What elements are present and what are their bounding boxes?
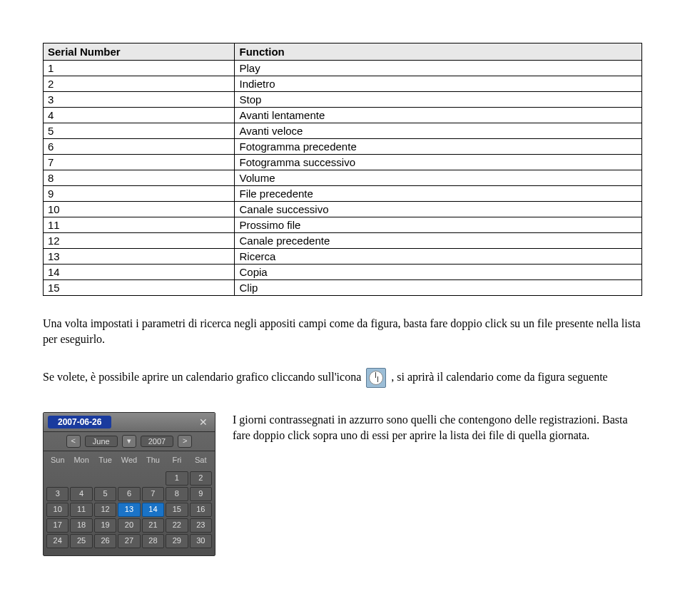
cell-function: Volume bbox=[235, 170, 642, 186]
calendar-day[interactable]: 30 bbox=[190, 534, 212, 548]
cell-function: Avanti lentamente bbox=[235, 108, 642, 123]
calendar-widget[interactable]: 2007-06-26 ✕ < June ▾ 2007 > SunMonTueWe… bbox=[43, 412, 215, 556]
table-row: 13Ricerca bbox=[44, 249, 642, 265]
table-row: 3Stop bbox=[44, 92, 642, 108]
cell-serial: 2 bbox=[44, 76, 235, 92]
table-row: 11Prossimo file bbox=[44, 217, 642, 233]
calendar-day[interactable]: 6 bbox=[118, 487, 140, 501]
cell-serial: 7 bbox=[44, 155, 235, 170]
calendar-empty bbox=[94, 471, 116, 486]
next-month-button[interactable]: > bbox=[178, 435, 192, 448]
calendar-day[interactable]: 26 bbox=[94, 534, 116, 548]
calendar-day[interactable]: 13 bbox=[118, 503, 140, 517]
calendar-icon[interactable] bbox=[366, 368, 386, 388]
calendar-dow: Mon bbox=[70, 454, 92, 466]
cell-serial: 11 bbox=[44, 217, 235, 233]
table-row: 15Clip bbox=[44, 280, 642, 296]
cell-function: Indietro bbox=[235, 76, 642, 92]
paragraph-2b: , si aprirà il calendario come da figura… bbox=[391, 370, 607, 382]
calendar-empty bbox=[142, 471, 164, 486]
calendar-day[interactable]: 21 bbox=[142, 518, 164, 533]
calendar-day[interactable]: 2 bbox=[190, 471, 212, 486]
cell-serial: 1 bbox=[44, 61, 235, 76]
paragraph-1: Una volta impostati i parametri di ricer… bbox=[43, 316, 642, 348]
cell-function: Canale precedente bbox=[235, 233, 642, 249]
cell-serial: 12 bbox=[44, 233, 235, 249]
cell-function: Fotogramma successivo bbox=[235, 155, 642, 170]
calendar-date-badge: 2007-06-26 bbox=[48, 416, 111, 428]
month-dropdown-icon[interactable]: ▾ bbox=[122, 435, 136, 448]
cell-function: Stop bbox=[235, 92, 642, 108]
calendar-day[interactable]: 19 bbox=[94, 518, 116, 533]
table-row: 6Fotogramma precedente bbox=[44, 139, 642, 155]
cell-function: Fotogramma precedente bbox=[235, 139, 642, 155]
side-text: I giorni contrassegnati in azzurro sono … bbox=[233, 412, 642, 556]
calendar-day[interactable]: 1 bbox=[166, 471, 188, 486]
table-row: 4Avanti lentamente bbox=[44, 108, 642, 123]
table-row: 10Canale successivo bbox=[44, 202, 642, 217]
function-table: Serial Number Function 1Play2Indietro3St… bbox=[43, 43, 642, 296]
cell-function: Clip bbox=[235, 280, 642, 296]
calendar-day[interactable]: 3 bbox=[46, 487, 68, 501]
table-row: 2Indietro bbox=[44, 76, 642, 92]
calendar-day[interactable]: 14 bbox=[142, 503, 164, 517]
cell-serial: 9 bbox=[44, 186, 235, 202]
table-row: 9File precedente bbox=[44, 186, 642, 202]
prev-month-button[interactable]: < bbox=[66, 435, 81, 448]
cell-serial: 14 bbox=[44, 265, 235, 280]
calendar-dow: Tue bbox=[94, 454, 116, 466]
table-row: 1Play bbox=[44, 61, 642, 76]
calendar-day[interactable]: 22 bbox=[166, 518, 188, 533]
calendar-empty bbox=[118, 471, 140, 486]
table-row: 7Fotogramma successivo bbox=[44, 155, 642, 170]
cell-serial: 3 bbox=[44, 92, 235, 108]
paragraph-2: Se volete, è possibile aprire un calenda… bbox=[43, 368, 642, 388]
cell-function: Copia bbox=[235, 265, 642, 280]
calendar-day[interactable]: 28 bbox=[142, 534, 164, 548]
close-icon[interactable]: ✕ bbox=[196, 416, 210, 428]
table-row: 12Canale precedente bbox=[44, 233, 642, 249]
cell-function: Avanti veloce bbox=[235, 123, 642, 139]
calendar-dow: Sat bbox=[190, 454, 212, 466]
cell-function: Canale successivo bbox=[235, 202, 642, 217]
calendar-day[interactable]: 24 bbox=[46, 534, 68, 548]
calendar-day[interactable]: 16 bbox=[190, 503, 212, 517]
calendar-day[interactable]: 4 bbox=[70, 487, 92, 501]
calendar-day[interactable]: 9 bbox=[190, 487, 212, 501]
header-serial: Serial Number bbox=[44, 43, 235, 61]
cell-serial: 13 bbox=[44, 249, 235, 265]
calendar-day[interactable]: 5 bbox=[94, 487, 116, 501]
cell-function: Play bbox=[235, 61, 642, 76]
month-field[interactable]: June bbox=[85, 436, 118, 447]
table-row: 14Copia bbox=[44, 265, 642, 280]
calendar-day[interactable]: 27 bbox=[118, 534, 140, 548]
calendar-day[interactable]: 20 bbox=[118, 518, 140, 533]
calendar-day[interactable]: 17 bbox=[46, 518, 68, 533]
cell-function: Prossimo file bbox=[235, 217, 642, 233]
calendar-day[interactable]: 8 bbox=[166, 487, 188, 501]
calendar-dow: Wed bbox=[118, 454, 140, 466]
calendar-day[interactable]: 10 bbox=[46, 503, 68, 517]
cell-serial: 4 bbox=[44, 108, 235, 123]
calendar-empty bbox=[70, 471, 92, 486]
calendar-day[interactable]: 18 bbox=[70, 518, 92, 533]
paragraph-2a: Se volete, è possibile aprire un calenda… bbox=[43, 370, 364, 382]
cell-serial: 8 bbox=[44, 170, 235, 186]
year-field[interactable]: 2007 bbox=[141, 436, 173, 447]
calendar-dow: Fri bbox=[166, 454, 188, 466]
calendar-day[interactable]: 29 bbox=[166, 534, 188, 548]
calendar-day[interactable]: 25 bbox=[70, 534, 92, 548]
calendar-dow: Thu bbox=[142, 454, 164, 466]
calendar-dow: Sun bbox=[46, 454, 68, 466]
calendar-day[interactable]: 11 bbox=[70, 503, 92, 517]
calendar-empty bbox=[46, 471, 68, 486]
header-function: Function bbox=[235, 43, 642, 61]
calendar-day[interactable]: 15 bbox=[166, 503, 188, 517]
calendar-day[interactable]: 7 bbox=[142, 487, 164, 501]
cell-function: File precedente bbox=[235, 186, 642, 202]
table-row: 8Volume bbox=[44, 170, 642, 186]
cell-serial: 15 bbox=[44, 280, 235, 296]
cell-serial: 6 bbox=[44, 139, 235, 155]
calendar-day[interactable]: 12 bbox=[94, 503, 116, 517]
calendar-day[interactable]: 23 bbox=[190, 518, 212, 533]
